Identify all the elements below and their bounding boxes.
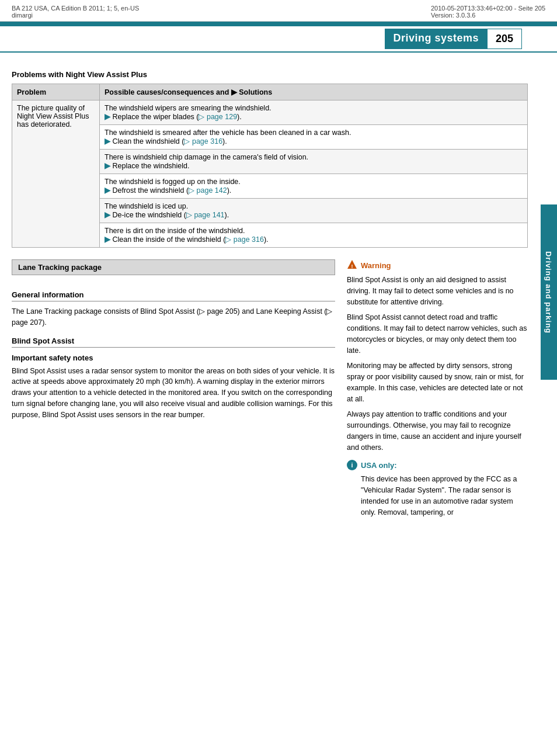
warning-triangle-icon: ! [347,259,357,271]
solution-cell-6: There is dirt on the inside of the winds… [100,223,528,248]
header: BA 212 USA, CA Edition B 2011; 1; 5, en-… [0,0,557,22]
header-left-line2: dimargi [12,12,139,19]
problem-cell: The picture quality of Night View Assist… [12,100,100,248]
safety-notes-heading: Important safety notes [12,353,335,362]
solution-cell-4: The windshield is fogged up on the insid… [100,174,528,199]
solution-cell-5: The windshield is iced up. ▶ De-ice the … [100,199,528,223]
header-left: BA 212 USA, CA Edition B 2011; 1; 5, en-… [12,5,139,19]
side-label-container: Driving and parking [541,204,557,380]
problems-heading: Problems with Night View Assist Plus [12,70,528,79]
warning-title: ! Warning [347,259,528,271]
col-solutions-header: Possible causes/consequences and ▶ Solut… [100,84,528,100]
solution-cell-2: The windshield is smeared after the vehi… [100,125,528,150]
header-right-line2: Version: 3.0.3.6 [431,12,545,19]
page-title-bar: Driving systems 205 [0,26,557,53]
warning-para-3: Monitoring may be affected by dirty sens… [347,360,528,404]
page-number: 205 [487,29,522,49]
warning-para-1: Blind Spot Assist is only an aid designe… [347,275,528,307]
lane-tracking-box: Lane Tracking package [12,259,335,275]
header-right-line1: 2010-05-20T13:33:46+02:00 - Seite 205 [431,5,545,12]
table-row: The picture quality of Night View Assist… [12,100,528,125]
top-banner [0,22,557,26]
page-title: Driving systems [385,29,487,49]
col-problem-header: Problem [12,84,100,100]
side-label: Driving and parking [545,251,553,333]
warning-para-4: Always pay attention to traffic conditio… [347,409,528,453]
svg-text:!: ! [351,263,353,269]
info-title: i USA only: [347,460,528,470]
info-text: This device has been approved by the FCC… [361,474,528,518]
blind-spot-heading: Blind Spot Assist [12,337,335,348]
warning-para-2: Blind Spot Assist cannot detect road and… [347,312,528,356]
general-info-heading: General information [12,290,335,301]
solution-cell-1: The windshield wipers are smearing the w… [100,100,528,125]
info-box: i USA only: This device has been approve… [347,460,528,518]
left-column: Lane Tracking package General informatio… [12,259,335,518]
problems-table: Problem Possible causes/consequences and… [12,84,528,248]
safety-notes-text: Blind Spot Assist uses a radar sensor sy… [12,366,335,421]
general-info-text: The Lane Tracking package consists of Bl… [12,306,335,328]
info-icon: i [347,460,357,470]
solution-cell-3: There is windshield chip damage in the c… [100,150,528,174]
right-column: ! Warning Blind Spot Assist is only an a… [347,259,528,518]
header-right: 2010-05-20T13:33:46+02:00 - Seite 205 Ve… [431,5,545,19]
header-left-line1: BA 212 USA, CA Edition B 2011; 1; 5, en-… [12,5,139,12]
warning-box: ! Warning Blind Spot Assist is only an a… [347,259,528,453]
